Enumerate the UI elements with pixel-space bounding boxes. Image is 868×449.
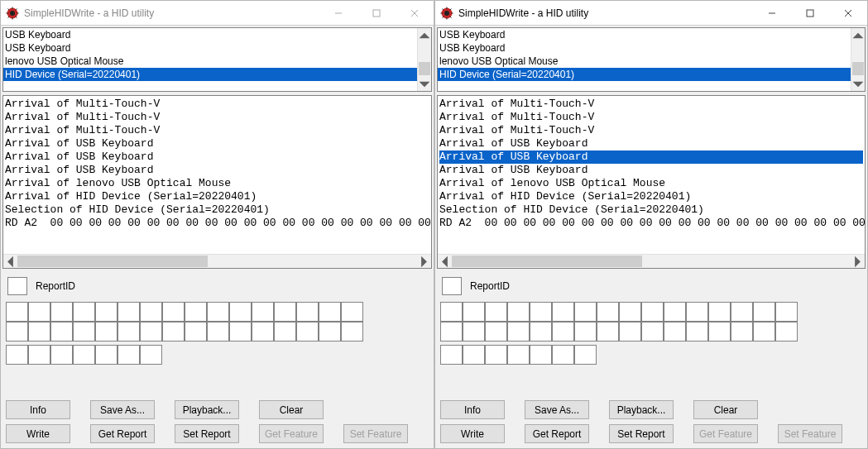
log-line[interactable]: Arrival of USB Keyboard	[439, 164, 863, 177]
byte-input[interactable]	[50, 302, 73, 322]
titlebar[interactable]: SimpleHIDWrite - a HID utility	[1, 1, 434, 26]
byte-input[interactable]	[28, 322, 50, 342]
device-row[interactable]: USB Keyboard	[438, 41, 851, 55]
log-line[interactable]: Arrival of USB Keyboard	[5, 164, 429, 177]
byte-input[interactable]	[597, 302, 619, 322]
titlebar[interactable]: SimpleHIDWrite - a HID utility	[435, 1, 867, 26]
byte-input[interactable]	[6, 322, 28, 342]
device-list-scrollbar[interactable]	[417, 28, 431, 91]
byte-input[interactable]	[252, 302, 274, 322]
log-line[interactable]: Arrival of Multi-Touch-V	[439, 111, 863, 124]
byte-input[interactable]	[229, 322, 252, 342]
byte-input[interactable]	[319, 302, 341, 322]
byte-input[interactable]	[574, 345, 597, 365]
byte-input[interactable]	[619, 322, 641, 342]
byte-input[interactable]	[731, 322, 753, 342]
save-as-button[interactable]: Save As...	[90, 400, 155, 419]
byte-input[interactable]	[552, 302, 574, 322]
scroll-right-icon[interactable]	[417, 255, 431, 268]
byte-input[interactable]	[708, 302, 731, 322]
playback-button[interactable]: Playback...	[609, 400, 674, 419]
byte-input[interactable]	[95, 322, 117, 342]
log-line[interactable]: Arrival of HID Device (Serial=20220401)	[5, 190, 429, 203]
log-hscrollbar[interactable]	[3, 254, 431, 268]
log-line[interactable]: Arrival of Multi-Touch-V	[5, 111, 429, 124]
scroll-down-icon[interactable]	[851, 77, 865, 91]
log-hscrollbar[interactable]	[438, 254, 865, 268]
byte-input[interactable]	[530, 322, 552, 342]
log-line[interactable]: Arrival of USB Keyboard	[5, 150, 429, 164]
byte-input[interactable]	[28, 302, 50, 322]
byte-input[interactable]	[485, 302, 507, 322]
byte-input[interactable]	[530, 345, 552, 365]
byte-input[interactable]	[597, 322, 619, 342]
maximize-button[interactable]	[357, 1, 396, 26]
byte-input[interactable]	[753, 322, 775, 342]
get-report-button[interactable]: Get Report	[90, 424, 155, 443]
byte-input[interactable]	[341, 322, 363, 342]
device-row[interactable]: USB Keyboard	[3, 28, 417, 41]
byte-input[interactable]	[574, 322, 597, 342]
byte-input[interactable]	[530, 302, 552, 322]
clear-button[interactable]: Clear	[693, 400, 758, 419]
byte-input[interactable]	[140, 302, 162, 322]
log-line[interactable]: RD A2 00 00 00 00 00 00 00 00 00 00 00 0…	[5, 217, 429, 230]
byte-input[interactable]	[185, 302, 207, 322]
byte-input[interactable]	[552, 345, 574, 365]
device-row[interactable]: lenovo USB Optical Mouse	[3, 55, 417, 68]
byte-input[interactable]	[296, 302, 319, 322]
byte-input[interactable]	[753, 302, 775, 322]
byte-input[interactable]	[708, 322, 731, 342]
set-report-button[interactable]: Set Report	[175, 424, 239, 443]
close-button[interactable]	[396, 1, 434, 26]
write-button[interactable]: Write	[440, 424, 505, 443]
log-line[interactable]: Arrival of USB Keyboard	[5, 137, 429, 150]
byte-input[interactable]	[731, 302, 753, 322]
scroll-up-icon[interactable]	[418, 28, 431, 42]
byte-input[interactable]	[140, 345, 162, 365]
log-line[interactable]: Arrival of USB Keyboard	[439, 150, 863, 164]
info-button[interactable]: Info	[440, 400, 505, 419]
byte-input[interactable]	[95, 302, 117, 322]
byte-input[interactable]	[95, 345, 117, 365]
byte-input[interactable]	[664, 322, 686, 342]
byte-input[interactable]	[117, 302, 140, 322]
byte-input[interactable]	[207, 302, 229, 322]
byte-input[interactable]	[440, 345, 463, 365]
byte-input[interactable]	[296, 322, 319, 342]
close-button[interactable]	[829, 1, 867, 26]
byte-input[interactable]	[117, 345, 140, 365]
byte-input[interactable]	[485, 345, 507, 365]
log-line[interactable]: Arrival of HID Device (Serial=20220401)	[439, 190, 863, 203]
byte-input[interactable]	[641, 302, 664, 322]
report-id-input[interactable]	[442, 277, 462, 295]
minimize-button[interactable]	[319, 1, 357, 26]
byte-input[interactable]	[440, 302, 463, 322]
byte-input[interactable]	[6, 302, 28, 322]
byte-input[interactable]	[6, 345, 28, 365]
byte-input[interactable]	[274, 322, 296, 342]
byte-input[interactable]	[440, 322, 463, 342]
byte-input[interactable]	[686, 322, 708, 342]
log-line[interactable]: Arrival of Multi-Touch-V	[439, 98, 863, 111]
byte-input[interactable]	[463, 322, 485, 342]
set-report-button[interactable]: Set Report	[609, 424, 674, 443]
byte-input[interactable]	[574, 302, 597, 322]
log-line[interactable]: Arrival of Multi-Touch-V	[5, 98, 429, 111]
device-list[interactable]: USB KeyboardUSB Keyboardlenovo USB Optic…	[437, 27, 866, 92]
minimize-button[interactable]	[753, 1, 791, 26]
playback-button[interactable]: Playback...	[175, 400, 239, 419]
byte-input[interactable]	[73, 302, 95, 322]
scroll-down-icon[interactable]	[418, 77, 431, 91]
save-as-button[interactable]: Save As...	[525, 400, 589, 419]
byte-input[interactable]	[252, 322, 274, 342]
byte-input[interactable]	[117, 322, 140, 342]
byte-input[interactable]	[341, 302, 363, 322]
log-line[interactable]: Arrival of USB Keyboard	[439, 137, 863, 150]
device-row[interactable]: lenovo USB Optical Mouse	[438, 55, 851, 68]
byte-input[interactable]	[207, 322, 229, 342]
byte-input[interactable]	[507, 322, 530, 342]
report-id-input[interactable]	[7, 277, 27, 295]
byte-input[interactable]	[162, 322, 185, 342]
log-line[interactable]: Selection of HID Device (Serial=20220401…	[5, 203, 429, 217]
